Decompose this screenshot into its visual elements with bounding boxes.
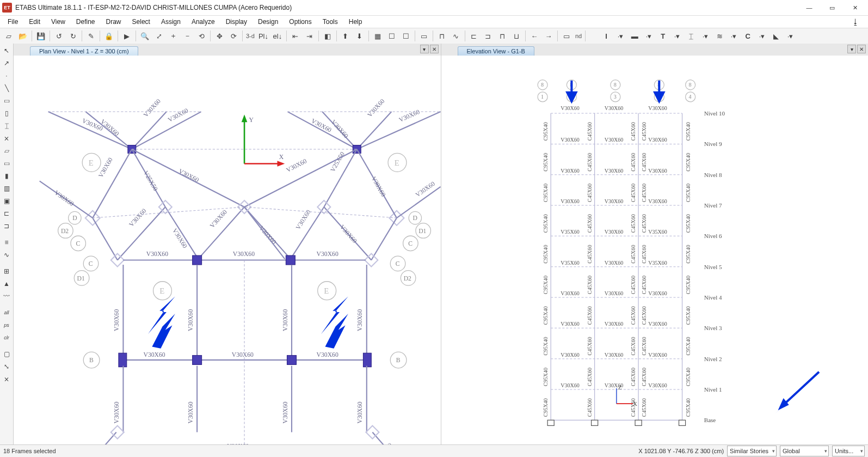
c-dropdown-icon[interactable]: ·▾ <box>755 29 768 42</box>
zoom-in-icon[interactable]: ＋ <box>167 29 180 42</box>
named-icon[interactable]: ▭ <box>560 29 573 42</box>
angle-dropdown-icon[interactable]: ·▾ <box>784 29 797 42</box>
view3d-label[interactable]: 3-d <box>245 33 256 39</box>
refresh-icon[interactable]: ✎ <box>84 29 97 42</box>
spring-icon[interactable]: ≋ <box>713 29 726 42</box>
menu-help[interactable]: Help <box>344 17 367 27</box>
t-section-icon[interactable]: T <box>656 29 669 42</box>
menu-file[interactable]: File <box>3 17 22 27</box>
window-title: ETABS Ultimate 18.1.1 - IT-ESP-M2-T2-DAV… <box>15 4 292 11</box>
new-model-icon[interactable]: ▱ <box>2 29 15 42</box>
zoom-out-icon[interactable]: － <box>181 29 194 42</box>
close-button[interactable]: ✕ <box>844 2 866 14</box>
setdisplay-icon[interactable]: ⬇ <box>353 29 366 42</box>
section-icon[interactable]: ▭ <box>417 29 430 42</box>
run-icon[interactable]: ▶ <box>120 29 133 42</box>
menu-options[interactable]: Options <box>285 17 316 27</box>
minimize-button[interactable]: — <box>798 2 820 14</box>
plan-view-panel: Plan View - Nivel 1 - Z = 300 (cm) ▾ ✕ Y… <box>14 44 441 44</box>
t-dropdown-icon[interactable]: ·▾ <box>670 29 684 42</box>
next-story-icon[interactable]: ⇥ <box>303 29 316 42</box>
set3-icon[interactable]: ⊓ <box>496 29 509 42</box>
i-dropdown-icon[interactable]: ·▾ <box>614 29 627 42</box>
undo-icon[interactable]: ↺ <box>52 29 65 42</box>
set4-icon[interactable]: ⊔ <box>510 29 523 42</box>
menu-design[interactable]: Design <box>254 17 282 27</box>
zoom-window-icon[interactable]: 🔍 <box>138 29 151 42</box>
menu-select[interactable]: Select <box>128 17 155 27</box>
assign-right-icon[interactable]: → <box>542 29 555 42</box>
angle-icon[interactable]: ◣ <box>769 29 783 42</box>
open-icon[interactable]: 📂 <box>16 29 29 42</box>
menu-draw[interactable]: Draw <box>102 17 126 27</box>
assign-left-icon[interactable]: ← <box>528 29 541 42</box>
menu-bar: File Edit View Define Draw Select Assign… <box>0 16 868 28</box>
zoom-extents-icon[interactable]: ⤢ <box>152 29 165 42</box>
elevation-view-panel: Elevation View - G1-B ▾ ✕ 8182838484V30X… <box>441 44 869 44</box>
show-frame-icon[interactable]: ☐ <box>385 29 398 42</box>
show-shell-icon[interactable]: ▦ <box>371 29 384 42</box>
pan-icon[interactable]: ✥ <box>213 29 226 42</box>
objshrink-icon[interactable]: ⬆ <box>339 29 352 42</box>
menu-assign[interactable]: Assign <box>157 17 185 27</box>
main-toolbar: ▱ 📂 💾 ↺ ↻ ✎ 🔒 ▶ 🔍 ⤢ ＋ － ⟲ ✥ ⟳ 3-d Pl↓ el… <box>0 28 868 44</box>
menu-analyze[interactable]: Analyze <box>187 17 219 27</box>
c-section-icon[interactable]: C <box>741 29 754 42</box>
joint-icon[interactable]: ∿ <box>450 29 463 42</box>
i-section-icon[interactable]: I <box>600 29 613 42</box>
redo-icon[interactable]: ↻ <box>66 29 79 42</box>
draw-toolbar: ↖ ↗ · ╲ ▭ ▯ ⌶ ⨯ ▱ ▭ ▮ ▥ ▣ ⊏ ⊐ ≡ ∿ ⊞ ▲ 〰 … <box>0 44 14 44</box>
extrude-icon[interactable]: ⊓ <box>435 29 448 42</box>
spring-dropdown-icon[interactable]: ·▾ <box>727 29 740 42</box>
slab-dropdown-icon[interactable]: ·▾ <box>642 29 655 42</box>
title-bar: ET ETABS Ultimate 18.1.1 - IT-ESP-M2-T2-… <box>0 0 868 16</box>
zoom-prev-icon[interactable]: ⟲ <box>195 29 208 42</box>
set2-icon[interactable]: ⊐ <box>482 29 495 42</box>
plan-view-icon[interactable]: Pl↓ <box>257 29 270 42</box>
elev-view-icon[interactable]: el↓ <box>271 29 284 42</box>
set1-icon[interactable]: ⊏ <box>467 29 481 42</box>
h-dropdown-icon[interactable]: ·▾ <box>699 29 712 42</box>
menu-edit[interactable]: Edit <box>24 17 45 27</box>
menu-tools[interactable]: Tools <box>318 17 342 27</box>
app-logo: ET <box>2 3 12 13</box>
slab-icon[interactable]: ▬ <box>628 29 641 42</box>
show-link-icon[interactable]: ☐ <box>399 29 413 42</box>
prev-story-icon[interactable]: ⇤ <box>289 29 302 42</box>
rotate3d-icon[interactable]: ⟳ <box>227 29 240 42</box>
perspective-icon[interactable]: ◧ <box>321 29 334 42</box>
lock-icon[interactable]: 🔒 <box>102 29 115 42</box>
maximize-button[interactable]: ▭ <box>821 2 843 14</box>
nd-label[interactable]: nd <box>574 33 583 39</box>
menu-display[interactable]: Display <box>221 17 251 27</box>
menu-view[interactable]: View <box>47 17 70 27</box>
save-icon[interactable]: 💾 <box>34 29 47 42</box>
h-section-icon[interactable]: ⌶ <box>685 29 698 42</box>
download-icon[interactable]: ⭳ <box>852 17 859 26</box>
menu-define[interactable]: Define <box>72 17 100 27</box>
